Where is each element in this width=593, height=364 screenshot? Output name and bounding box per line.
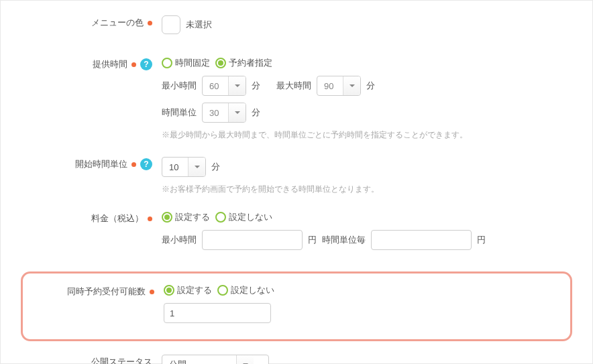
- required-icon: [150, 290, 154, 294]
- required-icon: [131, 162, 136, 167]
- price-min-input[interactable]: [202, 230, 303, 250]
- radio-concurrent-unset[interactable]: 設定しない: [217, 284, 274, 296]
- chevron-down-icon: [236, 355, 254, 364]
- radio-price-set[interactable]: 設定する: [162, 211, 210, 223]
- field-price: 設定する 設定しない 最小時間 円 時間単位毎 円: [162, 210, 572, 257]
- row-price: 料金（税込） 設定する 設定しない 最小時間 円 時間単位毎 円: [21, 210, 572, 257]
- chevron-down-icon: [228, 103, 246, 122]
- service-time-hint: ※最少時間から最大時間まで、時間単位ごとに予約時間を指定することができます。: [162, 129, 572, 141]
- label-concurrent: 同時予約受付可能数: [30, 283, 164, 298]
- required-icon: [148, 21, 152, 25]
- radio-label: 設定しない: [231, 284, 274, 296]
- currency-text: 円: [477, 234, 486, 246]
- select-value: 30: [203, 108, 228, 118]
- price-per-unit-label: 時間単位毎: [322, 234, 366, 246]
- label-service-time: 提供時間 ?: [21, 56, 162, 70]
- radio-label: 設定する: [177, 284, 212, 296]
- radio-time-fixed[interactable]: 時間固定: [162, 57, 210, 69]
- label-text: 提供時間: [93, 58, 127, 70]
- max-time-select[interactable]: 90: [317, 76, 361, 96]
- start-unit-hint: ※お客様予約画面で予約を開始できる時間単位となります。: [162, 184, 572, 195]
- chevron-down-icon: [343, 76, 360, 95]
- select-value: 10: [162, 162, 188, 172]
- field-concurrent: 設定する 設定しない: [164, 283, 563, 323]
- field-publish-status: 公開 ※非公開にすると、ネット予約受付ページから予約が取れなくなります。: [162, 353, 572, 364]
- select-value: 60: [203, 81, 228, 91]
- row-concurrent: 同時予約受付可能数 設定する 設定しない: [30, 283, 563, 323]
- chevron-down-icon: [228, 76, 246, 95]
- color-value-text: 未選択: [186, 19, 212, 31]
- radio-customer-specified[interactable]: 予約者指定: [215, 57, 272, 69]
- radio-label: 予約者指定: [229, 57, 272, 69]
- price-per-unit-input[interactable]: [371, 230, 472, 250]
- unit-text: 分: [211, 161, 220, 173]
- radio-label: 設定しない: [229, 211, 272, 223]
- field-service-time: 時間固定 予約者指定 最小時間 60 分 最大時間 90: [162, 56, 572, 141]
- time-unit-select[interactable]: 30: [202, 103, 246, 123]
- row-publish-status: 公開ステータス 公開 ※非公開にすると、ネット予約受付ページから予約が取れなくな…: [21, 353, 572, 364]
- start-unit-select[interactable]: 10: [162, 157, 206, 177]
- unit-text: 分: [366, 80, 375, 92]
- max-time-label: 最大時間: [276, 80, 311, 92]
- publish-status-select[interactable]: 公開: [162, 355, 269, 364]
- select-value: 公開: [162, 359, 236, 364]
- help-icon[interactable]: ?: [140, 58, 152, 70]
- label-text: メニューの色: [91, 17, 144, 29]
- color-swatch[interactable]: [162, 15, 180, 34]
- row-service-time: 提供時間 ? 時間固定 予約者指定 最小時間 60: [21, 56, 572, 141]
- label-text: 公開ステータス: [91, 356, 152, 364]
- unit-text: 分: [252, 107, 260, 119]
- currency-text: 円: [308, 234, 317, 246]
- row-menu-color: メニューの色 未選択: [21, 14, 572, 41]
- select-value: 90: [317, 81, 343, 91]
- required-icon: [131, 62, 136, 67]
- radio-label: 設定する: [175, 211, 210, 223]
- row-start-unit: 開始時間単位 ? 10 分 ※お客様予約画面で予約を開始できる時間単位となります…: [21, 156, 572, 195]
- label-text: 開始時間単位: [75, 158, 127, 170]
- min-time-select[interactable]: 60: [202, 76, 246, 96]
- label-price: 料金（税込）: [21, 210, 162, 225]
- label-text: 料金（税込）: [91, 213, 144, 225]
- concurrent-input[interactable]: [164, 303, 271, 323]
- chevron-down-icon: [188, 158, 205, 176]
- highlight-concurrent: 同時予約受付可能数 設定する 設定しない: [21, 271, 572, 341]
- unit-text: 分: [252, 80, 260, 92]
- settings-form: メニューの色 未選択 提供時間 ? 時間固定 予約者指: [0, 0, 593, 364]
- label-menu-color: メニューの色: [21, 14, 162, 29]
- label-text: 同時予約受付可能数: [67, 286, 146, 298]
- price-min-label: 最小時間: [162, 234, 197, 246]
- label-start-unit: 開始時間単位 ?: [21, 156, 162, 170]
- min-time-label: 最小時間: [162, 80, 197, 92]
- field-menu-color: 未選択: [162, 14, 572, 41]
- time-unit-label: 時間単位: [162, 107, 197, 119]
- required-icon: [148, 217, 152, 221]
- radio-label: 時間固定: [175, 57, 210, 69]
- radio-concurrent-set[interactable]: 設定する: [164, 284, 212, 296]
- field-start-unit: 10 分 ※お客様予約画面で予約を開始できる時間単位となります。: [162, 156, 572, 195]
- radio-price-unset[interactable]: 設定しない: [215, 211, 272, 223]
- label-publish-status: 公開ステータス: [21, 353, 162, 364]
- help-icon[interactable]: ?: [140, 158, 152, 170]
